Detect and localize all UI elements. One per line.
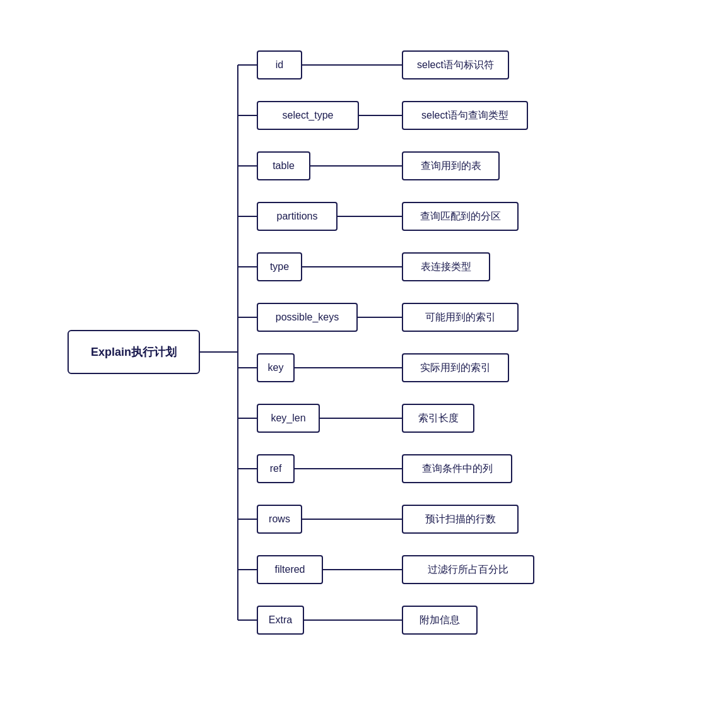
key-node-ref: ref — [257, 454, 295, 483]
key-node-type: type — [257, 252, 302, 281]
desc-node-partitions: 查询匹配到的分区 — [402, 202, 519, 231]
desc-node-table: 查询用到的表 — [402, 151, 500, 180]
desc-node-extra: 附加信息 — [402, 606, 478, 635]
key-node-extra: Extra — [257, 606, 304, 635]
desc-node-key-len: 索引长度 — [402, 404, 474, 433]
key-node-table: table — [257, 151, 310, 180]
desc-node-filtered: 过滤行所占百分比 — [402, 555, 534, 584]
desc-node-key: 实际用到的索引 — [402, 353, 509, 382]
desc-node-rows: 预计扫描的行数 — [402, 505, 519, 534]
diagram: Explain执行计划 id select语句标识符 select_type s… — [49, 18, 679, 686]
root-node: Explain执行计划 — [68, 330, 200, 374]
key-node-id: id — [257, 50, 302, 79]
desc-node-type: 表连接类型 — [402, 252, 490, 281]
desc-node-id: select语句标识符 — [402, 50, 509, 79]
key-node-filtered: filtered — [257, 555, 323, 584]
desc-node-possible-keys: 可能用到的索引 — [402, 303, 519, 332]
desc-node-select-type: select语句查询类型 — [402, 101, 528, 130]
key-node-possible-keys: possible_keys — [257, 303, 358, 332]
key-node-key-len: key_len — [257, 404, 320, 433]
key-node-partitions: partitions — [257, 202, 338, 231]
key-node-rows: rows — [257, 505, 302, 534]
key-node-key: key — [257, 353, 295, 382]
desc-node-ref: 查询条件中的列 — [402, 454, 512, 483]
key-node-select-type: select_type — [257, 101, 359, 130]
